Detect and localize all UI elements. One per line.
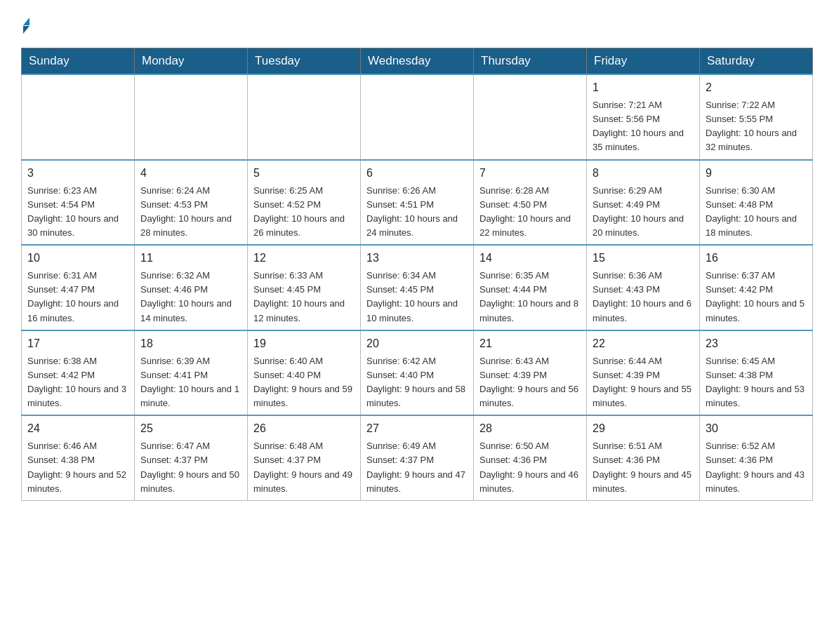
calendar-cell: 28Sunrise: 6:50 AMSunset: 4:36 PMDayligh… — [474, 415, 587, 500]
day-number: 17 — [27, 335, 128, 352]
calendar-cell: 5Sunrise: 6:25 AMSunset: 4:52 PMDaylight… — [248, 160, 361, 246]
day-info: Sunrise: 6:45 AMSunset: 4:38 PMDaylight:… — [706, 354, 807, 411]
day-info: Sunrise: 6:37 AMSunset: 4:42 PMDaylight:… — [706, 269, 807, 326]
weekday-header-thursday: Thursday — [474, 48, 587, 75]
day-number: 29 — [593, 420, 694, 437]
day-info: Sunrise: 6:38 AMSunset: 4:42 PMDaylight:… — [27, 354, 128, 411]
calendar-cell: 8Sunrise: 6:29 AMSunset: 4:49 PMDaylight… — [587, 160, 700, 246]
day-number: 22 — [593, 335, 694, 352]
day-number: 15 — [593, 250, 694, 267]
day-info: Sunrise: 6:34 AMSunset: 4:45 PMDaylight:… — [366, 269, 468, 326]
weekday-header-monday: Monday — [135, 48, 248, 75]
day-number: 3 — [27, 165, 128, 182]
calendar-cell: 22Sunrise: 6:44 AMSunset: 4:39 PMDayligh… — [587, 330, 700, 416]
day-number: 6 — [366, 165, 468, 182]
day-number: 8 — [593, 165, 694, 182]
calendar-cell: 19Sunrise: 6:40 AMSunset: 4:40 PMDayligh… — [248, 330, 361, 416]
day-info: Sunrise: 6:29 AMSunset: 4:49 PMDaylight:… — [593, 184, 694, 241]
day-info: Sunrise: 6:47 AMSunset: 4:37 PMDaylight:… — [140, 439, 241, 496]
day-info: Sunrise: 7:22 AMSunset: 5:55 PMDaylight:… — [706, 98, 807, 155]
calendar-cell: 6Sunrise: 6:26 AMSunset: 4:51 PMDaylight… — [361, 160, 474, 246]
calendar-cell: 12Sunrise: 6:33 AMSunset: 4:45 PMDayligh… — [248, 245, 361, 330]
week-row-4: 17Sunrise: 6:38 AMSunset: 4:42 PMDayligh… — [22, 330, 813, 416]
calendar-cell — [248, 74, 361, 160]
week-row-1: 1Sunrise: 7:21 AMSunset: 5:56 PMDaylight… — [22, 74, 813, 160]
day-info: Sunrise: 6:39 AMSunset: 4:41 PMDaylight:… — [140, 354, 241, 411]
day-info: Sunrise: 6:51 AMSunset: 4:36 PMDaylight:… — [593, 439, 694, 496]
day-number: 24 — [27, 420, 128, 437]
calendar-cell: 14Sunrise: 6:35 AMSunset: 4:44 PMDayligh… — [474, 245, 587, 330]
day-info: Sunrise: 6:24 AMSunset: 4:53 PMDaylight:… — [140, 184, 241, 241]
calendar-cell: 7Sunrise: 6:28 AMSunset: 4:50 PMDaylight… — [474, 160, 587, 246]
day-number: 28 — [479, 420, 581, 437]
page-header — [21, 14, 813, 34]
calendar-cell: 23Sunrise: 6:45 AMSunset: 4:38 PMDayligh… — [700, 330, 813, 416]
day-number: 4 — [140, 165, 241, 182]
day-info: Sunrise: 6:40 AMSunset: 4:40 PMDaylight:… — [253, 354, 355, 411]
day-number: 18 — [140, 335, 241, 352]
day-info: Sunrise: 6:23 AMSunset: 4:54 PMDaylight:… — [27, 184, 128, 241]
day-number: 2 — [706, 79, 807, 96]
day-info: Sunrise: 6:25 AMSunset: 4:52 PMDaylight:… — [253, 184, 355, 241]
day-number: 12 — [253, 250, 355, 267]
day-info: Sunrise: 6:32 AMSunset: 4:46 PMDaylight:… — [140, 269, 241, 326]
calendar-cell: 16Sunrise: 6:37 AMSunset: 4:42 PMDayligh… — [700, 245, 813, 330]
calendar-table: SundayMondayTuesdayWednesdayThursdayFrid… — [21, 48, 813, 501]
calendar-cell — [22, 74, 135, 160]
calendar-cell: 24Sunrise: 6:46 AMSunset: 4:38 PMDayligh… — [22, 415, 135, 500]
weekday-header-saturday: Saturday — [700, 48, 813, 75]
calendar-cell: 25Sunrise: 6:47 AMSunset: 4:37 PMDayligh… — [135, 415, 248, 500]
day-info: Sunrise: 6:52 AMSunset: 4:36 PMDaylight:… — [706, 439, 807, 496]
day-info: Sunrise: 6:46 AMSunset: 4:38 PMDaylight:… — [27, 439, 128, 496]
day-number: 30 — [706, 420, 807, 437]
day-info: Sunrise: 6:43 AMSunset: 4:39 PMDaylight:… — [479, 354, 581, 411]
day-info: Sunrise: 6:33 AMSunset: 4:45 PMDaylight:… — [253, 269, 355, 326]
day-number: 1 — [593, 79, 694, 96]
calendar-cell: 26Sunrise: 6:48 AMSunset: 4:37 PMDayligh… — [248, 415, 361, 500]
day-info: Sunrise: 6:28 AMSunset: 4:50 PMDaylight:… — [479, 184, 581, 241]
day-info: Sunrise: 6:35 AMSunset: 4:44 PMDaylight:… — [479, 269, 581, 326]
day-number: 23 — [706, 335, 807, 352]
day-info: Sunrise: 6:30 AMSunset: 4:48 PMDaylight:… — [706, 184, 807, 241]
weekday-header-row: SundayMondayTuesdayWednesdayThursdayFrid… — [22, 48, 813, 75]
calendar-cell: 17Sunrise: 6:38 AMSunset: 4:42 PMDayligh… — [22, 330, 135, 416]
calendar-cell: 21Sunrise: 6:43 AMSunset: 4:39 PMDayligh… — [474, 330, 587, 416]
day-info: Sunrise: 6:36 AMSunset: 4:43 PMDaylight:… — [593, 269, 694, 326]
day-number: 25 — [140, 420, 241, 437]
logo — [21, 14, 29, 34]
day-info: Sunrise: 6:42 AMSunset: 4:40 PMDaylight:… — [366, 354, 468, 411]
day-number: 11 — [140, 250, 241, 267]
day-info: Sunrise: 6:26 AMSunset: 4:51 PMDaylight:… — [366, 184, 468, 241]
weekday-header-sunday: Sunday — [22, 48, 135, 75]
day-number: 20 — [366, 335, 468, 352]
day-number: 10 — [27, 250, 128, 267]
day-info: Sunrise: 6:44 AMSunset: 4:39 PMDaylight:… — [593, 354, 694, 411]
day-info: Sunrise: 6:48 AMSunset: 4:37 PMDaylight:… — [253, 439, 355, 496]
weekday-header-friday: Friday — [587, 48, 700, 75]
calendar-cell — [135, 74, 248, 160]
day-info: Sunrise: 6:50 AMSunset: 4:36 PMDaylight:… — [479, 439, 581, 496]
calendar-cell: 4Sunrise: 6:24 AMSunset: 4:53 PMDaylight… — [135, 160, 248, 246]
day-number: 13 — [366, 250, 468, 267]
calendar-cell: 18Sunrise: 6:39 AMSunset: 4:41 PMDayligh… — [135, 330, 248, 416]
calendar-cell: 10Sunrise: 6:31 AMSunset: 4:47 PMDayligh… — [22, 245, 135, 330]
day-info: Sunrise: 6:31 AMSunset: 4:47 PMDaylight:… — [27, 269, 128, 326]
calendar-cell: 15Sunrise: 6:36 AMSunset: 4:43 PMDayligh… — [587, 245, 700, 330]
calendar-cell: 2Sunrise: 7:22 AMSunset: 5:55 PMDaylight… — [700, 74, 813, 160]
calendar-cell: 1Sunrise: 7:21 AMSunset: 5:56 PMDaylight… — [587, 74, 700, 160]
day-info: Sunrise: 7:21 AMSunset: 5:56 PMDaylight:… — [593, 98, 694, 155]
day-number: 27 — [366, 420, 468, 437]
calendar-cell: 3Sunrise: 6:23 AMSunset: 4:54 PMDaylight… — [22, 160, 135, 246]
day-number: 7 — [479, 165, 581, 182]
calendar-cell: 30Sunrise: 6:52 AMSunset: 4:36 PMDayligh… — [700, 415, 813, 500]
calendar-cell: 27Sunrise: 6:49 AMSunset: 4:37 PMDayligh… — [361, 415, 474, 500]
calendar-cell: 20Sunrise: 6:42 AMSunset: 4:40 PMDayligh… — [361, 330, 474, 416]
calendar-cell — [474, 74, 587, 160]
week-row-2: 3Sunrise: 6:23 AMSunset: 4:54 PMDaylight… — [22, 160, 813, 246]
calendar-cell: 29Sunrise: 6:51 AMSunset: 4:36 PMDayligh… — [587, 415, 700, 500]
week-row-5: 24Sunrise: 6:46 AMSunset: 4:38 PMDayligh… — [22, 415, 813, 500]
day-number: 16 — [706, 250, 807, 267]
day-number: 9 — [706, 165, 807, 182]
calendar-cell: 9Sunrise: 6:30 AMSunset: 4:48 PMDaylight… — [700, 160, 813, 246]
weekday-header-wednesday: Wednesday — [361, 48, 474, 75]
